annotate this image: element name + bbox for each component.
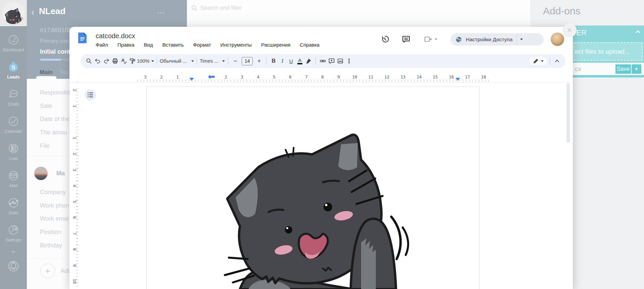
caret-down-icon xyxy=(435,39,437,40)
contact-avatar[interactable] xyxy=(34,167,48,180)
document-page[interactable] xyxy=(146,86,480,289)
save-button[interactable]: Save xyxy=(615,64,631,74)
sidebar-item-settings[interactable]: Settings xyxy=(0,220,27,247)
menu-item[interactable]: Вставить xyxy=(161,41,185,48)
sidebar-item-dashboard[interactable]: Dashboard xyxy=(0,30,27,57)
sidebar-item-label: Leads xyxy=(7,74,20,79)
zoom-select[interactable]: 100% xyxy=(137,56,154,66)
hide-menus-chevron-icon[interactable] xyxy=(553,56,561,66)
add-button[interactable]: + xyxy=(40,264,55,278)
upload-dropzone[interactable]: ect files to upload... xyxy=(574,42,643,61)
contact-name[interactable]: Ma xyxy=(56,170,65,177)
close-button[interactable]: ✕ xyxy=(562,23,577,37)
document-title[interactable]: catcode.docx xyxy=(96,32,135,40)
document-outline-button[interactable] xyxy=(85,89,96,101)
save-options-caret-button[interactable]: ▼ xyxy=(632,64,641,74)
tab-statistics[interactable]: Sta xyxy=(60,69,68,76)
more-options-icon[interactable]: ⋮ xyxy=(345,56,353,66)
menu-item[interactable]: Вид xyxy=(143,41,154,48)
highlight-color-icon[interactable] xyxy=(304,56,313,66)
field-label: Work phon xyxy=(40,202,69,209)
globe-icon xyxy=(455,36,462,43)
decrease-font-size-button[interactable]: − xyxy=(231,56,240,66)
toolbar-search-icon[interactable] xyxy=(85,56,93,66)
sidebar-item-leads[interactable]: S Leads xyxy=(0,57,27,84)
menu-item[interactable]: Формат xyxy=(192,41,212,48)
sidebar-item-chats[interactable]: Chats xyxy=(0,84,27,111)
field-label: Birthday xyxy=(40,242,62,249)
sidebar-item-stats[interactable]: Stats xyxy=(0,192,27,220)
account-avatar[interactable] xyxy=(551,33,564,46)
left-indent-marker[interactable] xyxy=(189,78,194,81)
font-select[interactable]: Times ... xyxy=(200,56,225,66)
sidebar-item-lists[interactable]: Lists xyxy=(0,138,27,165)
spellcheck-icon[interactable] xyxy=(119,56,128,66)
chevron-down-icon[interactable] xyxy=(11,251,16,253)
share-caret-down-icon[interactable] xyxy=(520,39,523,40)
sidebar-item-label: Mail xyxy=(9,183,17,188)
add-comment-icon[interactable] xyxy=(327,56,336,66)
ruler-number: 12 xyxy=(379,74,395,79)
ruler-number: 2 xyxy=(218,74,234,79)
paint-format-icon[interactable] xyxy=(128,56,137,66)
ruler-number: 8 xyxy=(66,245,83,254)
field-label: File xyxy=(40,142,50,150)
italic-button[interactable]: I xyxy=(278,56,287,66)
sidebar-item-calendar[interactable]: Calendar xyxy=(0,111,27,138)
ruler-number: 8 xyxy=(314,74,331,79)
chats-icon xyxy=(7,88,19,100)
divider xyxy=(266,57,266,65)
outline-list-icon xyxy=(88,93,93,97)
uploader-header[interactable]: ER xyxy=(573,25,644,40)
plus-icon: + xyxy=(45,266,50,276)
notifications-bell-icon[interactable] xyxy=(7,259,20,273)
upload-dropzone-text: ect files to upload... xyxy=(575,48,630,55)
video-call-icon[interactable] xyxy=(423,35,439,44)
menu-item[interactable]: Правка xyxy=(116,41,136,48)
print-icon[interactable] xyxy=(111,56,119,66)
ruler-number: 14 xyxy=(411,74,427,79)
editing-mode-button[interactable] xyxy=(530,57,547,65)
search-bar[interactable]: Search and filter xyxy=(187,0,530,16)
version-history-icon[interactable] xyxy=(380,35,390,44)
insert-image-icon[interactable] xyxy=(336,56,345,66)
menu-item[interactable]: Инструменты xyxy=(219,41,253,48)
text-color-button[interactable]: A xyxy=(295,56,304,66)
menu-item[interactable]: Справка xyxy=(299,41,320,48)
lead-menu-dots-icon[interactable]: ⋯ xyxy=(157,8,166,17)
field-label: Sale xyxy=(40,103,52,110)
bold-button[interactable]: B xyxy=(269,56,278,66)
docs-toolbar: 100% Обычный ... Times ... − 14 + B I U … xyxy=(81,54,565,68)
right-indent-marker[interactable] xyxy=(455,78,460,81)
redo-icon[interactable] xyxy=(102,56,111,66)
field-label: Responsibl xyxy=(40,89,70,96)
sidebar-item-label: Settings xyxy=(6,237,21,242)
insert-link-icon[interactable] xyxy=(318,56,327,66)
back-chevron-icon[interactable]: ‹ xyxy=(31,7,34,17)
docs-menubar: ФайлПравкаВидВставитьФорматИнструментыРа… xyxy=(95,41,320,48)
lead-stage: Initial cont xyxy=(40,48,70,55)
sidebar-item-mail[interactable]: Mail xyxy=(0,165,27,192)
menu-item[interactable]: Файл xyxy=(95,41,109,48)
workspace-avatar[interactable] xyxy=(0,0,27,26)
font-size-input[interactable]: 14 xyxy=(242,57,253,65)
first-line-indent-marker[interactable] xyxy=(208,76,215,78)
ruler-number: 10 xyxy=(347,74,363,79)
underline-button[interactable]: U xyxy=(287,56,295,66)
stats-icon xyxy=(7,197,19,209)
ruler-number: 10 xyxy=(66,277,83,286)
share-button[interactable]: Настройки Доступа xyxy=(450,33,544,46)
undo-icon[interactable] xyxy=(93,56,102,66)
docs-scrollbar-thumb[interactable] xyxy=(566,83,570,143)
comments-icon[interactable] xyxy=(401,35,411,44)
divider xyxy=(197,57,197,65)
ruler-number: 5 xyxy=(266,74,282,79)
horizontal-ruler[interactable]: 321123456789101112131415161718 xyxy=(69,72,573,82)
tab-main[interactable]: Main xyxy=(40,69,53,76)
field-label: Work emai xyxy=(40,215,69,222)
menu-item[interactable]: Расширения xyxy=(260,41,291,48)
paragraph-style-select[interactable]: Обычный ... xyxy=(160,56,194,66)
ruler-number: 2 xyxy=(66,86,83,95)
collapse-chevron-up-icon[interactable] xyxy=(635,30,641,34)
increase-font-size-button[interactable]: + xyxy=(255,56,263,66)
